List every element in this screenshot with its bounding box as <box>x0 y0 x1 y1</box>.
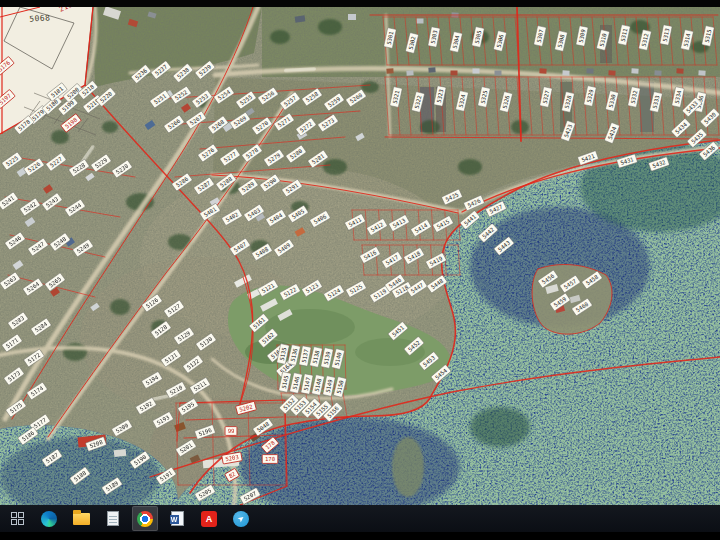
acrobat-reader-button[interactable]: A <box>196 506 222 531</box>
file-explorer-button[interactable] <box>68 506 94 531</box>
edge-browser-button[interactable] <box>36 506 62 531</box>
screen: 5068212517651975179518051815199520051985… <box>0 0 720 540</box>
svg-text:5068: 5068 <box>29 13 51 23</box>
screen-top-bezel <box>0 0 720 7</box>
acrobat-icon: A <box>201 511 217 527</box>
parcel-label-170[interactable]: 170 <box>262 455 278 464</box>
word-button[interactable]: W <box>164 506 190 531</box>
start-button[interactable] <box>4 506 30 531</box>
telegram-icon: ➤ <box>233 511 249 527</box>
cadastral-map-viewport[interactable]: 5068212517651975179518051815199520051985… <box>0 7 720 505</box>
screen-bottom-bezel <box>0 532 720 540</box>
aerial-map-canvas: 5068212517651975179518051815199520051985… <box>0 7 720 505</box>
word-document-icon: W <box>171 511 184 526</box>
svg-text:170: 170 <box>265 456 275 462</box>
telegram-button[interactable]: ➤ <box>228 506 254 531</box>
windows-taskbar: W A ➤ <box>0 505 720 532</box>
notepad-button[interactable] <box>100 506 126 531</box>
chrome-icon <box>137 511 153 527</box>
chrome-browser-button[interactable] <box>132 506 158 531</box>
svg-text:99: 99 <box>228 428 235 434</box>
folder-icon <box>73 513 90 525</box>
windows-logo-icon <box>11 512 24 525</box>
edge-icon <box>41 511 57 527</box>
text-document-icon <box>107 511 119 526</box>
parcel-label-5068[interactable]: 5068 <box>29 13 51 23</box>
parcel-label-99[interactable]: 99 <box>225 427 237 436</box>
